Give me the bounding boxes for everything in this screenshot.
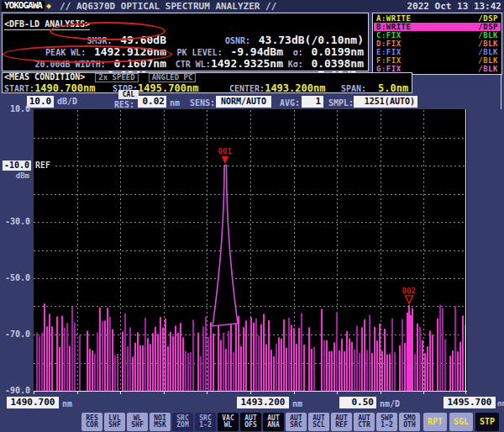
- res-field[interactable]: 0.02: [138, 96, 166, 108]
- trace-row-b[interactable]: B:WRITE/DSP: [374, 23, 501, 31]
- softkey-lvl-shf[interactable]: LVLSHF: [104, 413, 125, 431]
- trace-row-e[interactable]: E:FIX/BLK: [374, 48, 501, 56]
- trace-panel: A:WRITE/DSP B:WRITE/DSP C:FIX/BLK D:FIX/…: [372, 13, 502, 75]
- trace-row-c[interactable]: C:FIX/BLK: [374, 31, 501, 40]
- start-value: 1490.700nm: [34, 82, 95, 94]
- yokogawa-logo: YOKOGAWA: [2, 1, 45, 11]
- avg-field[interactable]: 1: [302, 96, 323, 108]
- smpl-field[interactable]: 1251(AUTO): [354, 96, 417, 108]
- connector-badge: ANGLED PC: [149, 73, 197, 82]
- softkey-wl-shf[interactable]: WLSHF: [127, 413, 148, 431]
- stop-value: 1495.700nm: [138, 82, 198, 94]
- analysis-row-3: 20.00dB WIDTH: 0.1607nm CTR WL:1492.9325…: [4, 55, 366, 66]
- analysis-panel: <DFB-LD ANALYSIS> SMSR: 49.60dB OSNR: 43…: [2, 13, 369, 71]
- trace-row-f[interactable]: F:FIX/BLK: [374, 56, 501, 65]
- ctr-wl-label: CTR WL:: [176, 60, 211, 69]
- softkey-aut-ref[interactable]: AUTREF: [331, 413, 352, 431]
- level-scale-field[interactable]: 10.0: [27, 96, 54, 108]
- analysis-row-1: SMSR: 49.60dB OSNR: 43.73dB(/0.10nm): [4, 31, 366, 42]
- start-label: START:: [4, 84, 34, 93]
- span-value: 5.0nm: [378, 82, 408, 94]
- sens-label: SENS:: [190, 98, 215, 108]
- softkey-aut-src[interactable]: AUTSRC: [286, 413, 307, 431]
- settings-row: 10.0 dB/D CAL RES: 0.02 nm SENS: NORM/AU…: [0, 94, 504, 111]
- spectrum-canvas: [34, 109, 467, 395]
- softkey-src-1-2[interactable]: SRC1-2: [195, 413, 216, 431]
- osa-screen: YOKOGAWA ◆ // AQ6370D OPTICAL SPECTRUM A…: [0, 0, 504, 432]
- res-unit: nm: [170, 98, 180, 108]
- center-value: 1493.200nm: [265, 82, 325, 94]
- ref-level-box[interactable]: -10.0: [3, 161, 31, 171]
- xaxis-scale-unit: nm/D: [380, 399, 400, 408]
- span-label: SPAN:: [341, 84, 366, 93]
- trace-row-a[interactable]: A:WRITE/DSP: [374, 14, 501, 23]
- analysis-title: <DFB-LD ANALYSIS>: [4, 20, 90, 30]
- app-title: // AQ6370D OPTICAL SPECTRUM ANALYZER //: [60, 1, 276, 12]
- trace-row-d[interactable]: D:FIX/BLK: [374, 40, 501, 48]
- softkey-aut-ana[interactable]: AUTANA: [263, 413, 284, 431]
- xaxis-center-unit: nm: [292, 399, 302, 408]
- stop-sweep-button[interactable]: STP: [475, 413, 499, 431]
- xaxis-stop-field[interactable]: 1495.700: [444, 397, 496, 408]
- sens-field[interactable]: NORM/AUTO: [216, 96, 271, 108]
- softkey-bar: RESCOR LVLSHF WLSHF NOIMSK SRCZOM SRC1-2…: [0, 412, 504, 431]
- xaxis-row: 1490.700 nm 1493.200 nm 0.50 nm/D 1495.7…: [0, 396, 504, 410]
- res-label: RES:: [114, 100, 134, 109]
- repeat-sweep-button[interactable]: RPT: [423, 413, 447, 431]
- softkey-smo-oth[interactable]: SMOOTH: [399, 413, 420, 431]
- yokogawa-diamond-icon: ◆: [46, 1, 51, 11]
- level-scale-unit: dB/D: [57, 97, 77, 106]
- y-unit-label: dBm: [0, 171, 30, 180]
- ytick-neg30: -30.0: [0, 217, 30, 226]
- xaxis-start-field[interactable]: 1490.700: [7, 397, 59, 408]
- softkey-aut-scl[interactable]: AUTSCL: [308, 413, 329, 431]
- softkey-src-zom[interactable]: SRCZOM: [172, 413, 193, 431]
- smpl-label: SMPL:: [328, 98, 354, 108]
- panel-divider: [501, 74, 501, 109]
- speed-badge: 2x SPEED: [95, 73, 138, 82]
- meas-condition-panel: <MEAS CONDITION> 2x SPEED ANGLED PC STAR…: [2, 72, 412, 93]
- meas-title: <MEAS CONDITION>: [4, 73, 85, 82]
- chart-area: 10.0 -10.0 dBm -30.0 -50.0 -70.0 -90.0: [0, 109, 504, 396]
- softkey-res-cor[interactable]: RESCOR: [81, 413, 102, 431]
- xaxis-stop-unit: nm: [497, 399, 504, 408]
- softkey-aut-ctr[interactable]: AUTCTR: [354, 413, 375, 431]
- cal-indicator: CAL: [118, 90, 139, 99]
- xaxis-scale-field[interactable]: 0.50: [339, 397, 376, 408]
- datetime: 2022 Oct 13 13:42: [407, 1, 504, 12]
- ytick-10: 10.0: [0, 104, 30, 113]
- softkey-aut-ofs[interactable]: AUTOFS: [240, 413, 261, 431]
- avg-label: AVG:: [280, 98, 300, 108]
- ytick-neg70: -70.0: [0, 329, 30, 339]
- ytick-neg50: -50.0: [0, 273, 30, 282]
- header-bar: YOKOGAWA ◆ // AQ6370D OPTICAL SPECTRUM A…: [0, 0, 504, 12]
- xaxis-center-field[interactable]: 1493.200: [237, 397, 289, 408]
- ytick-neg90: -90.0: [0, 386, 30, 395]
- single-sweep-button[interactable]: SGL: [449, 413, 473, 431]
- softkey-swp-1-2[interactable]: SWP1-2: [376, 413, 397, 431]
- xaxis-start-unit: nm: [62, 399, 72, 408]
- softkey-vac-wl[interactable]: VACWL: [218, 413, 239, 431]
- center-label: CENTER:: [229, 84, 265, 93]
- softkey-noi-msk[interactable]: NOIMSK: [150, 413, 171, 431]
- analysis-row-2: PEAK WL: 1492.9120nm PK LEVEL: -9.94dBm …: [4, 43, 366, 54]
